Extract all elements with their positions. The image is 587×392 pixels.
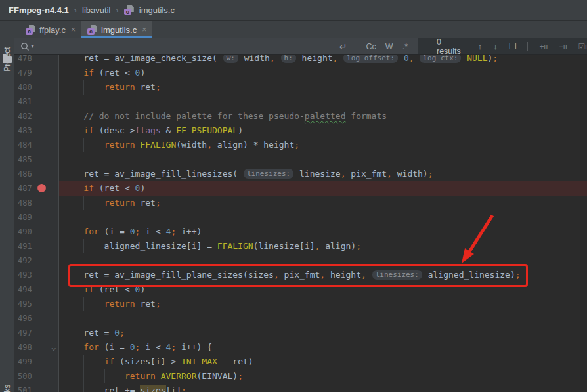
- code-line-496[interactable]: 496: [14, 311, 587, 326]
- newline-icon[interactable]: ↵: [339, 41, 347, 52]
- code-line-479[interactable]: 479 if (ret < 0): [14, 66, 587, 80]
- code-line-493[interactable]: 493 ret = av_image_fill_plane_sizes(size…: [14, 268, 587, 282]
- code-line-491[interactable]: 491 aligned_linesize[i] = FFALIGN(linesi…: [14, 239, 587, 253]
- code-text[interactable]: ret = av_image_check_size( w: width, h: …: [59, 55, 587, 66]
- gutter[interactable]: 491: [14, 239, 59, 253]
- line-number[interactable]: 492: [14, 256, 32, 265]
- code-editor[interactable]: 478 ret = av_image_check_size( w: width,…: [14, 55, 587, 392]
- gutter[interactable]: 501: [14, 383, 59, 392]
- line-number[interactable]: 478: [14, 55, 32, 63]
- tab-ffplay[interactable]: c ffplay.c ×: [20, 21, 81, 38]
- gutter[interactable]: 496: [14, 311, 59, 326]
- search-history-caret-icon[interactable]: ▾: [31, 43, 33, 49]
- code-line-498[interactable]: 498⌄ for (i = 0; i < 4; i++) {: [14, 340, 587, 355]
- gutter[interactable]: 479: [14, 66, 59, 80]
- code-line-487[interactable]: 487 if (ret < 0): [14, 181, 587, 196]
- code-line-478[interactable]: 478 ret = av_image_check_size( w: width,…: [14, 55, 587, 66]
- code-line-500[interactable]: 500 return AVERROR(EINVAL);: [14, 369, 587, 383]
- code-line-480[interactable]: 480 return ret;: [14, 80, 587, 95]
- gutter[interactable]: 495: [14, 297, 59, 311]
- close-tab-icon[interactable]: ×: [142, 25, 146, 34]
- add-occurrence-button[interactable]: +ɪɪ: [539, 42, 548, 51]
- line-number[interactable]: 495: [14, 299, 32, 309]
- line-number[interactable]: 485: [14, 155, 32, 164]
- gutter[interactable]: 480: [14, 80, 59, 95]
- close-tab-icon[interactable]: ×: [71, 25, 76, 34]
- code-line-501[interactable]: 501 ret += sizes[i];: [14, 383, 587, 392]
- next-occurrence-button[interactable]: ↓: [493, 41, 498, 51]
- code-text[interactable]: ret = av_image_fill_linesizes( linesizes…: [59, 167, 587, 181]
- code-text[interactable]: if (ret < 0): [59, 181, 587, 196]
- line-number[interactable]: 494: [14, 285, 32, 294]
- gutter[interactable]: 500: [14, 369, 59, 383]
- code-text[interactable]: return ret;: [59, 196, 587, 210]
- line-number[interactable]: 488: [14, 198, 32, 207]
- line-number[interactable]: 497: [14, 328, 32, 338]
- previous-occurrence-button[interactable]: ↑: [478, 41, 483, 51]
- code-line-489[interactable]: 489: [14, 210, 587, 225]
- code-text[interactable]: if (sizes[i] > INT_MAX - ret): [59, 355, 587, 369]
- code-text[interactable]: [59, 253, 587, 268]
- line-number[interactable]: 480: [14, 83, 32, 92]
- code-text[interactable]: return FFALIGN(width, align) * height;: [59, 138, 587, 152]
- gutter[interactable]: 483: [14, 123, 59, 138]
- code-text[interactable]: for (i = 0; i < 4; i++): [59, 225, 587, 239]
- breadcrumb-item-libavutil[interactable]: libavutil: [82, 5, 110, 15]
- gutter[interactable]: 498⌄: [14, 340, 59, 355]
- bookmarks-tool-button[interactable]: marks: [3, 385, 12, 392]
- code-line-482[interactable]: 482 // do not include palette for these …: [14, 109, 587, 123]
- code-line-484[interactable]: 484 return FFALIGN(width, align) * heigh…: [14, 138, 587, 152]
- breadcrumb-project[interactable]: FFmpeg-n4.4.1: [9, 5, 69, 15]
- line-number[interactable]: 491: [14, 242, 32, 251]
- code-line-492[interactable]: 492: [14, 253, 587, 268]
- breadcrumb-item-imgutils[interactable]: imgutils.c: [139, 5, 175, 15]
- line-number[interactable]: 486: [14, 169, 32, 179]
- gutter[interactable]: 488: [14, 196, 59, 210]
- code-text[interactable]: // do not include palette for these pseu…: [59, 109, 587, 123]
- code-text[interactable]: if (desc->flags & FF_PSEUDOPAL): [59, 123, 587, 138]
- line-number[interactable]: 483: [14, 126, 32, 135]
- line-number[interactable]: 481: [14, 97, 32, 106]
- select-all-occurrences-button[interactable]: ☑ɪɪ: [578, 42, 587, 51]
- line-number[interactable]: 490: [14, 227, 32, 236]
- code-text[interactable]: [59, 311, 587, 326]
- gutter[interactable]: 492: [14, 253, 59, 268]
- code-text[interactable]: return ret;: [59, 297, 587, 311]
- gutter[interactable]: 482: [14, 109, 59, 123]
- code-text[interactable]: [59, 95, 587, 109]
- code-text[interactable]: return ret;: [59, 80, 587, 95]
- line-number[interactable]: 499: [14, 357, 32, 366]
- code-line-481[interactable]: 481: [14, 95, 587, 109]
- line-number[interactable]: 489: [14, 213, 32, 222]
- match-case-toggle[interactable]: Cc: [366, 42, 376, 51]
- code-line-497[interactable]: 497 ret = 0;: [14, 326, 587, 340]
- code-text[interactable]: [59, 210, 587, 225]
- remove-occurrence-button[interactable]: −ɪɪ: [559, 42, 567, 51]
- folder-icon[interactable]: [3, 56, 12, 63]
- breakpoint-icon[interactable]: [37, 184, 46, 192]
- code-line-486[interactable]: 486 ret = av_image_fill_linesizes( lines…: [14, 167, 587, 181]
- words-toggle[interactable]: W: [385, 42, 393, 51]
- code-line-488[interactable]: 488 return ret;: [14, 196, 587, 210]
- line-number[interactable]: 487: [14, 184, 32, 193]
- gutter[interactable]: 481: [14, 95, 59, 109]
- gutter[interactable]: 485: [14, 152, 59, 167]
- code-text[interactable]: return AVERROR(EINVAL);: [59, 369, 587, 383]
- code-text[interactable]: ret += sizes[i];: [59, 383, 587, 392]
- gutter[interactable]: 497: [14, 326, 59, 340]
- gutter[interactable]: 494: [14, 282, 59, 297]
- gutter[interactable]: 489: [14, 210, 59, 225]
- code-line-483[interactable]: 483 if (desc->flags & FF_PSEUDOPAL): [14, 123, 587, 138]
- line-number[interactable]: 500: [14, 372, 32, 381]
- code-line-485[interactable]: 485: [14, 152, 587, 167]
- search-input[interactable]: ↵ Cc W .*: [39, 38, 418, 54]
- fold-icon[interactable]: ⌄: [51, 339, 56, 354]
- gutter[interactable]: 487: [14, 181, 59, 196]
- code-text[interactable]: if (ret < 0): [59, 282, 587, 297]
- code-line-495[interactable]: 495 return ret;: [14, 297, 587, 311]
- gutter[interactable]: 484: [14, 138, 59, 152]
- code-line-490[interactable]: 490 for (i = 0; i < 4; i++): [14, 225, 587, 239]
- search-icon[interactable]: ▾: [14, 41, 39, 52]
- code-text[interactable]: ret = 0;: [59, 326, 587, 340]
- gutter[interactable]: 499: [14, 355, 59, 369]
